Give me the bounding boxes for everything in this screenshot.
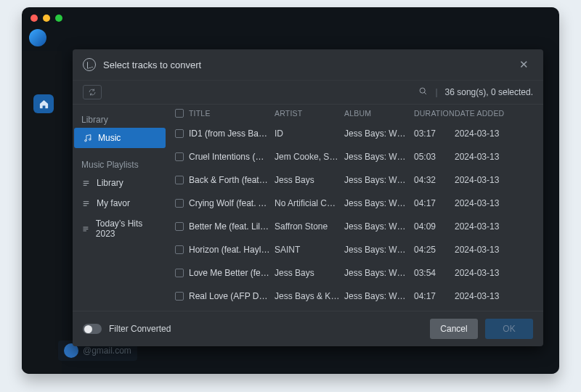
cell-title: Cruel Intentions (Mixed) bbox=[189, 152, 275, 162]
row-checkbox[interactable] bbox=[175, 199, 184, 208]
cell-duration: 04:32 bbox=[414, 175, 455, 185]
filter-converted-toggle[interactable] bbox=[83, 324, 102, 334]
cell-title: ID1 (from Jess Bays: W… bbox=[189, 128, 275, 139]
cell-artist: Saffron Stone bbox=[275, 221, 344, 232]
sidebar-item-label: Library bbox=[97, 178, 123, 188]
cell-album: Jess Bays: Women I… bbox=[344, 128, 414, 139]
cell-date: 2024-03-13 bbox=[455, 152, 536, 162]
sidebar-item-label: Today’s Hits 2023 bbox=[96, 219, 158, 239]
cell-artist: SAINT bbox=[275, 245, 344, 255]
cell-date: 2024-03-13 bbox=[455, 221, 536, 232]
cell-duration: 04:09 bbox=[414, 221, 455, 232]
row-checkbox[interactable] bbox=[175, 292, 184, 301]
svg-point-3 bbox=[89, 138, 91, 139]
table-body: ID1 (from Jess Bays: W…IDJess Bays: Wome… bbox=[167, 122, 543, 308]
cell-title: Love Me Better (feat. L… bbox=[189, 268, 275, 278]
sidebar-item-library[interactable]: Library bbox=[73, 173, 167, 193]
svg-line-1 bbox=[425, 92, 427, 94]
sidebar-item-music[interactable]: Music bbox=[74, 128, 166, 148]
select-tracks-modal: Select tracks to convert ✕ | 36 song(s),… bbox=[73, 49, 543, 346]
cell-artist: Jess Bays bbox=[275, 175, 344, 185]
table-row[interactable]: Cruel Intentions (Mixed)Jem Cooke, Sam D… bbox=[167, 145, 543, 168]
cell-title: Back & Forth (feat. Lily … bbox=[189, 175, 275, 185]
row-checkbox[interactable] bbox=[175, 176, 184, 184]
row-checkbox[interactable] bbox=[175, 129, 184, 138]
cell-artist: ID bbox=[275, 128, 344, 139]
close-window-dot[interactable] bbox=[31, 15, 38, 22]
table-row[interactable]: Crying Wolf (feat. Alex …No Artificial C… bbox=[167, 192, 543, 215]
app-window: @gmail.com Select tracks to convert ✕ | … bbox=[22, 7, 559, 374]
row-checkbox[interactable] bbox=[175, 245, 184, 254]
search-icon[interactable] bbox=[418, 86, 428, 99]
cell-duration: 03:54 bbox=[414, 268, 455, 278]
cell-title: Real Love (AFP Deep L… bbox=[189, 291, 275, 301]
bg-avatar-icon bbox=[29, 29, 46, 46]
tracks-table: TITLE ARTIST ALBUM DURATION DATE ADDED I… bbox=[167, 105, 543, 311]
refresh-button[interactable] bbox=[83, 85, 102, 99]
minimize-window-dot[interactable] bbox=[43, 15, 50, 22]
svg-point-0 bbox=[420, 88, 426, 93]
cell-duration: 03:17 bbox=[414, 128, 455, 139]
cell-title: Better Me (feat. Lily Mc… bbox=[189, 221, 275, 232]
select-all-checkbox[interactable] bbox=[175, 109, 184, 118]
cancel-button[interactable]: Cancel bbox=[430, 319, 478, 339]
sidebar-section-playlists: Music Playlists bbox=[73, 155, 167, 173]
cell-album: Jess Bays: Women I… bbox=[344, 175, 414, 185]
cell-artist: Jess Bays & Kelli-L… bbox=[275, 291, 344, 301]
col-date[interactable]: DATE ADDED bbox=[455, 109, 536, 118]
cell-artist: Jess Bays bbox=[275, 268, 344, 278]
cell-date: 2024-03-13 bbox=[455, 198, 536, 208]
cell-title: Horizon (feat. Hayley … bbox=[189, 245, 275, 255]
table-row[interactable]: Horizon (feat. Hayley …SAINTJess Bays: W… bbox=[167, 238, 543, 261]
cell-artist: No Artificial Colours bbox=[275, 198, 344, 208]
col-duration[interactable]: DURATION bbox=[414, 109, 455, 118]
sidebar-item-label: Music bbox=[98, 133, 121, 143]
list-icon bbox=[81, 199, 91, 208]
cell-duration: 04:17 bbox=[414, 198, 455, 208]
cell-date: 2024-03-13 bbox=[455, 268, 536, 278]
sidebar-item-my-favor[interactable]: My favor bbox=[73, 193, 167, 213]
cell-album: Jess Bays: Women I… bbox=[344, 291, 414, 301]
table-header: TITLE ARTIST ALBUM DURATION DATE ADDED bbox=[167, 105, 543, 122]
cell-album: Jess Bays: Women I… bbox=[344, 152, 414, 162]
sidebar-item-label: My favor bbox=[97, 198, 130, 208]
row-checkbox[interactable] bbox=[175, 269, 184, 277]
list-icon bbox=[81, 179, 91, 188]
cell-album: Jess Bays: Women I… bbox=[344, 245, 414, 255]
col-artist[interactable]: ARTIST bbox=[275, 109, 344, 118]
cell-album: Jess Bays: Women I… bbox=[344, 221, 414, 232]
cell-album: Jess Bays: Women I… bbox=[344, 198, 414, 208]
cell-duration: 04:25 bbox=[414, 245, 455, 255]
ok-button[interactable]: OK bbox=[485, 319, 533, 339]
cell-date: 2024-03-13 bbox=[455, 245, 536, 255]
music-note-icon bbox=[83, 58, 96, 71]
cell-date: 2024-03-13 bbox=[455, 175, 536, 185]
col-title[interactable]: TITLE bbox=[189, 109, 275, 118]
cell-date: 2024-03-13 bbox=[455, 128, 536, 139]
bg-home-icon bbox=[33, 94, 54, 113]
filter-converted-label: Filter Converted bbox=[109, 324, 423, 334]
col-album[interactable]: ALBUM bbox=[344, 109, 414, 118]
bg-account-email: @gmail.com bbox=[83, 346, 131, 356]
table-row[interactable]: Real Love (AFP Deep L…Jess Bays & Kelli-… bbox=[167, 285, 543, 308]
table-row[interactable]: Back & Forth (feat. Lily …Jess BaysJess … bbox=[167, 168, 543, 192]
table-row[interactable]: ID1 (from Jess Bays: W…IDJess Bays: Wome… bbox=[167, 122, 543, 145]
table-row[interactable]: Better Me (feat. Lily Mc…Saffron StoneJe… bbox=[167, 215, 543, 238]
modal-title: Select tracks to convert bbox=[103, 60, 508, 70]
row-checkbox[interactable] bbox=[175, 222, 184, 231]
row-checkbox[interactable] bbox=[175, 152, 184, 161]
modal-sidebar: Library Music Music Playlists Library My… bbox=[73, 105, 167, 311]
modal-header: Select tracks to convert ✕ bbox=[73, 49, 543, 80]
table-row[interactable]: Love Me Better (feat. L…Jess BaysJess Ba… bbox=[167, 261, 543, 285]
maximize-window-dot[interactable] bbox=[55, 15, 62, 22]
sidebar-item-todays-hits[interactable]: Today’s Hits 2023 bbox=[73, 213, 167, 244]
cell-duration: 04:17 bbox=[414, 291, 455, 301]
sidebar-section-library: Library bbox=[73, 110, 167, 128]
window-traffic-lights bbox=[31, 15, 62, 22]
cell-artist: Jem Cooke, Sam D… bbox=[275, 152, 344, 162]
close-icon[interactable]: ✕ bbox=[515, 57, 533, 73]
selection-status: 36 song(s), 0 selected. bbox=[445, 87, 533, 97]
svg-point-2 bbox=[85, 139, 86, 141]
cell-album: Jess Bays: Women I… bbox=[344, 268, 414, 278]
cell-title: Crying Wolf (feat. Alex … bbox=[189, 198, 275, 208]
